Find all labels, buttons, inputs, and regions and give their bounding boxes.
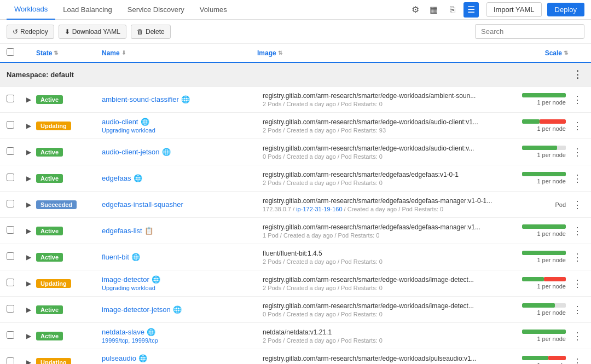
- row-menu-icon[interactable]: ⋮: [570, 171, 584, 186]
- workload-name[interactable]: fluent-bit: [102, 253, 129, 261]
- row-menu-icon[interactable]: ⋮: [570, 198, 584, 212]
- play-button[interactable]: ▶: [23, 252, 34, 263]
- ip-link[interactable]: ip-172-31-19-160: [296, 206, 342, 212]
- workload-name[interactable]: edgefaas-install-squasher: [102, 200, 183, 209]
- row-menu-icon[interactable]: ⋮: [570, 224, 584, 238]
- image-sub: 0 Pods / Created a day ago / Pod Restart…: [263, 153, 504, 160]
- workload-sub-text: Upgrading workload: [102, 127, 263, 134]
- scale-bar: [522, 146, 566, 150]
- image-text: registry.gitlab.com/arm-research/smarter…: [263, 355, 504, 362]
- nav-load-balancing[interactable]: Load Balancing: [55, 0, 120, 20]
- row-checkbox[interactable]: [7, 147, 14, 155]
- image-text: registry.gitlab.com/arm-research/smarter…: [263, 302, 504, 310]
- scale-bar-green: [522, 330, 566, 334]
- row-menu-icon[interactable]: ⋮: [570, 276, 584, 291]
- scale-bar-green: [522, 146, 557, 150]
- globe-icon: 🌐: [141, 118, 149, 126]
- scale-bar-red: [544, 277, 566, 281]
- scale-bar: [522, 303, 566, 308]
- row-checkbox[interactable]: [7, 331, 14, 339]
- download-yaml-button[interactable]: ⬇ Download YAML: [59, 25, 126, 39]
- scale-label: 1 per node: [537, 178, 566, 184]
- image-column-header[interactable]: Image ⇅: [257, 49, 490, 57]
- search-input[interactable]: [475, 24, 584, 39]
- scale-bar-green: [522, 277, 544, 281]
- row-checkbox[interactable]: [7, 252, 14, 260]
- status-badge: Updating: [36, 279, 71, 288]
- delete-button[interactable]: 🗑 Delete: [131, 25, 171, 39]
- redeploy-button[interactable]: ↺ Redeploy: [7, 25, 54, 39]
- scale-bar-green: [522, 93, 566, 97]
- workload-name[interactable]: pulseaudio: [102, 354, 136, 362]
- play-button[interactable]: ▶: [23, 199, 34, 210]
- status-badge: Active: [36, 227, 63, 235]
- scale-label: 1 per node: [537, 309, 566, 316]
- scale-bar: [522, 356, 566, 360]
- workload-name[interactable]: edgefaas-list: [102, 227, 142, 235]
- row-menu-icon[interactable]: ⋮: [570, 303, 584, 317]
- play-button[interactable]: ▶: [23, 147, 34, 158]
- workload-name[interactable]: image-detector-jetson: [102, 305, 171, 314]
- workload-name[interactable]: audio-client: [102, 118, 138, 126]
- grid-icon[interactable]: ▦: [426, 2, 442, 18]
- right-icons: ⚙ ▦ ⎘ ☰ Import YAML Deploy: [408, 2, 584, 18]
- row-checkbox[interactable]: [7, 121, 14, 129]
- workload-name[interactable]: image-detector: [102, 275, 149, 284]
- scale-bar-green: [522, 119, 540, 124]
- scale-bar-container: 1 per node: [522, 356, 566, 364]
- name-column-header[interactable]: Name ⇓: [102, 49, 257, 57]
- play-button[interactable]: ▶: [23, 304, 34, 315]
- scale-bar-container: 1 per node: [522, 303, 566, 316]
- state-column-header[interactable]: State ⇅: [36, 49, 102, 57]
- row-checkbox[interactable]: [7, 95, 14, 102]
- row-menu-icon[interactable]: ⋮: [570, 250, 584, 264]
- workload-name[interactable]: netdata-slave: [102, 328, 144, 336]
- image-text: registry.gitlab.com/arm-research/smarter…: [263, 223, 504, 231]
- nav-service-discovery[interactable]: Service Discovery: [120, 0, 192, 20]
- list-icon[interactable]: ☰: [463, 2, 479, 18]
- image-text: netdata/netdata:v1.21.1: [263, 328, 504, 336]
- row-checkbox[interactable]: [7, 357, 14, 364]
- scale-bar-container: 1 per node: [522, 119, 566, 132]
- play-button[interactable]: ▶: [23, 278, 34, 289]
- workload-name[interactable]: audio-client-jetson: [102, 148, 160, 156]
- play-button[interactable]: ▶: [23, 120, 34, 131]
- image-text: registry.gitlab.com/arm-research/smarter…: [263, 145, 504, 152]
- import-yaml-button[interactable]: Import YAML: [486, 2, 542, 17]
- image-sub: 2 Pods / Created a day ago / Pod Restart…: [263, 258, 504, 265]
- settings-icon[interactable]: ⚙: [408, 2, 423, 18]
- download-icon: ⬇: [65, 28, 70, 36]
- table-row: ▶ Active fluent-bit🌐 fluent/fluent-bit:1…: [0, 244, 591, 270]
- play-button[interactable]: ▶: [23, 331, 34, 342]
- row-checkbox[interactable]: [7, 279, 14, 286]
- row-menu-icon[interactable]: ⋮: [570, 329, 584, 343]
- redeploy-icon: ↺: [13, 28, 18, 36]
- nav-volumes[interactable]: Volumes: [192, 0, 235, 20]
- row-menu-icon[interactable]: ⋮: [570, 119, 584, 133]
- deploy-button[interactable]: Deploy: [547, 3, 584, 16]
- workload-name[interactable]: edgefaas: [102, 174, 131, 182]
- row-menu-icon[interactable]: ⋮: [570, 145, 584, 159]
- row-checkbox[interactable]: [7, 305, 14, 313]
- play-button[interactable]: ▶: [23, 94, 34, 105]
- image-text: registry.gitlab.com/arm-research/smarter…: [263, 276, 504, 284]
- row-checkbox[interactable]: [7, 200, 14, 207]
- row-menu-icon[interactable]: ⋮: [570, 93, 584, 107]
- scale-bar-container: 1 per node: [522, 277, 566, 290]
- scale-label: 1 per node: [537, 362, 566, 364]
- workload-name[interactable]: ambient-sound-classifier: [102, 95, 179, 103]
- status-badge: Active: [36, 253, 63, 262]
- copy-icon[interactable]: ⎘: [445, 2, 460, 18]
- select-all-checkbox[interactable]: [7, 48, 14, 56]
- row-checkbox[interactable]: [7, 226, 14, 234]
- row-checkbox[interactable]: [7, 174, 14, 181]
- table-row: ▶ Active ambient-sound-classifier🌐 regis…: [0, 86, 591, 113]
- play-button[interactable]: ▶: [23, 173, 34, 184]
- row-menu-icon[interactable]: ⋮: [570, 355, 584, 365]
- scale-column-header[interactable]: Scale ⇅: [490, 49, 568, 57]
- nav-workloads[interactable]: Workloads: [7, 0, 55, 20]
- namespace-menu-icon[interactable]: ⋮: [570, 67, 584, 82]
- play-button[interactable]: ▶: [23, 226, 34, 236]
- play-button[interactable]: ▶: [23, 357, 34, 365]
- scale-label: 1 per node: [537, 257, 566, 263]
